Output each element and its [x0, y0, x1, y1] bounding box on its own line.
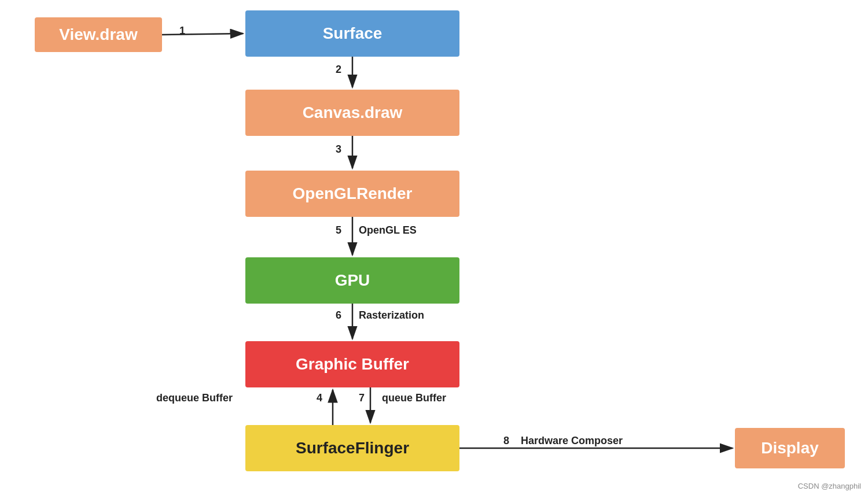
- step5-text: OpenGL ES: [359, 224, 417, 237]
- step5-label: 5: [336, 224, 341, 237]
- arrows-svg: [0, 0, 868, 495]
- graphic-buffer-label: Graphic Buffer: [296, 355, 409, 374]
- surface-label: Surface: [323, 24, 382, 43]
- view-draw-box: View.draw: [35, 17, 162, 52]
- gpu-box: GPU: [245, 257, 459, 304]
- display-label: Display: [761, 439, 819, 457]
- display-box: Display: [735, 428, 845, 468]
- diagram-container: View.draw Surface Canvas.draw OpenGLRend…: [0, 0, 868, 495]
- step6-text: Rasterization: [359, 309, 424, 322]
- surface-flinger-label: SurfaceFlinger: [296, 439, 409, 457]
- svg-line-1: [162, 34, 243, 35]
- watermark: CSDN @zhangphil: [798, 482, 861, 490]
- surface-box: Surface: [245, 10, 459, 57]
- dequeue-label: dequeue Buffer: [156, 392, 233, 404]
- step7-label: 7: [359, 392, 365, 404]
- canvas-draw-label: Canvas.draw: [303, 104, 403, 122]
- step7-text: queue Buffer: [382, 392, 446, 404]
- step2-label: 2: [336, 64, 341, 76]
- step8-label: 8: [503, 435, 509, 447]
- step6-label: 6: [336, 309, 341, 322]
- surface-flinger-box: SurfaceFlinger: [245, 425, 459, 471]
- step3-label: 3: [336, 143, 341, 156]
- opengl-render-label: OpenGLRender: [293, 184, 413, 203]
- step4-label: 4: [317, 392, 322, 404]
- graphic-buffer-box: Graphic Buffer: [245, 341, 459, 387]
- canvas-draw-box: Canvas.draw: [245, 90, 459, 136]
- step1-label: 1: [179, 25, 185, 37]
- gpu-label: GPU: [335, 271, 370, 290]
- opengl-render-box: OpenGLRender: [245, 171, 459, 217]
- step8-text: Hardware Composer: [521, 435, 623, 447]
- view-draw-label: View.draw: [59, 25, 137, 44]
